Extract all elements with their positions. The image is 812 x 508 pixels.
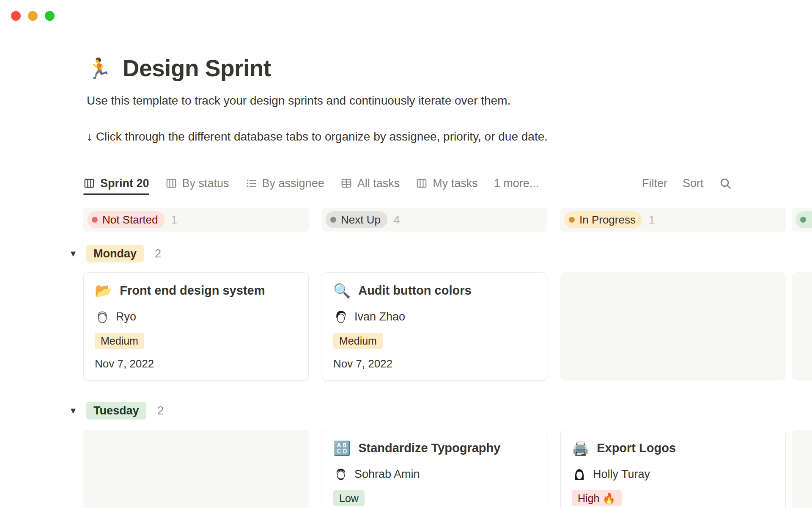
priority-tag: Medium: [95, 333, 144, 349]
page-header: 🏃 Design Sprint Use this template to tra…: [87, 54, 763, 144]
page-emoji-icon[interactable]: 🏃: [87, 58, 112, 78]
collapse-triangle-icon[interactable]: ▼: [67, 406, 80, 416]
assignee-name: Ryo: [116, 310, 136, 323]
card-audit-button-colors[interactable]: 🔍 Audit button colors Ivan Zhao Medium N…: [322, 272, 547, 381]
tab-label: Sprint 20: [100, 177, 149, 190]
card-title: Export Logos: [597, 441, 676, 455]
traffic-light-zoom-button[interactable]: [45, 11, 55, 21]
abcd-letters-icon: 🔠: [333, 441, 351, 455]
column-header-in-progress[interactable]: In Progress 1: [560, 208, 786, 232]
traffic-light-minimize-button[interactable]: [28, 11, 38, 21]
tab-label: My tasks: [433, 177, 478, 190]
folder-icon: 📂: [95, 284, 112, 298]
status-dot-icon: [330, 217, 336, 223]
empty-column-area: [560, 272, 786, 381]
database-view-tabs: Sprint 20 By status By assignee All task…: [0, 172, 812, 194]
tab-sprint-20[interactable]: Sprint 20: [83, 172, 149, 194]
card-standardize-typography[interactable]: 🔠 Standardize Typography Sohrab Amin Low: [322, 430, 547, 508]
column-count: 1: [649, 213, 655, 226]
status-dot-icon: [800, 217, 806, 223]
card-export-logos[interactable]: 🖨️ Export Logos Holly Turay High 🔥: [560, 430, 786, 508]
kanban-board: Not Started 1 Next Up 4 In Progress 1 ▼ …: [0, 208, 812, 508]
collapse-triangle-icon[interactable]: ▼: [67, 249, 80, 259]
column-header-not-started[interactable]: Not Started 1: [83, 208, 309, 232]
empty-column-area: [83, 430, 309, 508]
tab-label: All tasks: [357, 177, 400, 190]
group-pill-tuesday[interactable]: Tuesday: [86, 402, 146, 420]
card-front-end-design-system[interactable]: 📂 Front end design system Ryo Medium Nov…: [83, 272, 309, 381]
sort-button[interactable]: Sort: [683, 177, 704, 190]
board-view-icon: [165, 177, 177, 189]
assignee-name: Ivan Zhao: [354, 310, 405, 323]
tab-label: By assignee: [262, 177, 324, 190]
column-header-next-up[interactable]: Next Up 4: [322, 208, 547, 232]
empty-column-area: [792, 272, 812, 381]
tab-all-tasks[interactable]: All tasks: [340, 172, 400, 194]
printer-icon: 🖨️: [572, 441, 589, 455]
avatar-sohrab-amin: [333, 467, 348, 482]
priority-tag: High 🔥: [572, 490, 622, 506]
avatar-ivan-zhao: [333, 309, 348, 324]
page-title[interactable]: Design Sprint: [123, 54, 271, 82]
search-button[interactable]: [719, 177, 732, 190]
magnifying-glass-icon: 🔍: [333, 284, 351, 298]
priority-tag: Medium: [333, 333, 383, 349]
column-count: 4: [394, 213, 400, 226]
more-views-button[interactable]: 1 more...: [494, 172, 539, 194]
tab-by-assignee[interactable]: By assignee: [245, 172, 324, 194]
search-icon: [719, 177, 732, 190]
page-description[interactable]: Use this template to track your design s…: [87, 94, 763, 108]
board-view-icon: [83, 177, 95, 189]
status-dot-icon: [92, 217, 98, 223]
due-date: Nov 7, 2022: [333, 357, 536, 370]
tab-by-status[interactable]: By status: [165, 172, 229, 194]
list-view-icon: [245, 177, 257, 189]
avatar-ryo: [95, 309, 110, 324]
card-title: Front end design system: [120, 284, 265, 298]
assignee-name: Sohrab Amin: [354, 468, 420, 481]
column-header-partial[interactable]: [792, 208, 812, 232]
status-label: Next Up: [341, 213, 381, 226]
empty-column-area: [792, 430, 812, 508]
status-dot-icon: [569, 217, 575, 223]
tab-my-tasks[interactable]: My tasks: [416, 172, 478, 194]
priority-tag: Low: [333, 490, 365, 506]
status-label: Not Started: [102, 213, 158, 226]
card-title: Audit button colors: [358, 284, 471, 298]
group-count: 2: [155, 247, 161, 260]
traffic-light-close-button[interactable]: [11, 11, 21, 21]
assignee-name: Holly Turay: [593, 468, 650, 481]
window-controls: [11, 11, 55, 21]
group-count: 2: [157, 404, 164, 417]
group-pill-monday[interactable]: Monday: [86, 245, 144, 262]
filter-button[interactable]: Filter: [642, 177, 667, 190]
card-title: Standardize Typography: [358, 441, 500, 455]
column-count: 1: [171, 213, 177, 226]
table-view-icon: [340, 177, 352, 189]
avatar-holly-turay: [572, 467, 587, 482]
page-hint[interactable]: ↓ Click through the different database t…: [87, 130, 763, 144]
due-date: Nov 7, 2022: [95, 357, 297, 370]
tab-label: By status: [182, 177, 229, 190]
board-view-icon: [416, 177, 428, 189]
status-label: In Progress: [579, 213, 636, 226]
